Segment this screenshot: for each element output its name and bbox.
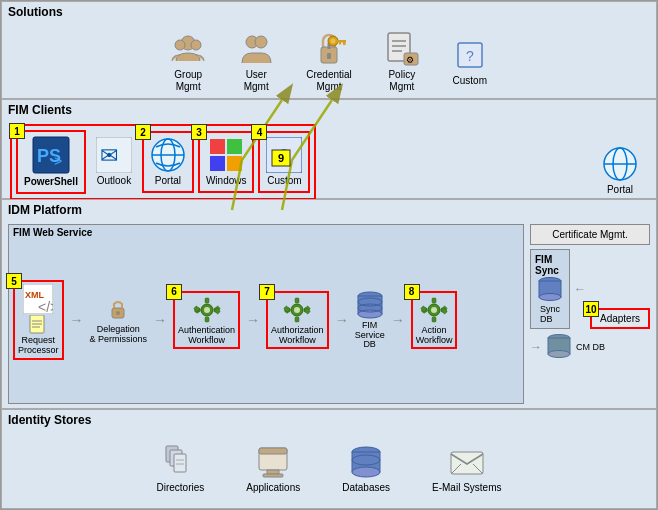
fim-service-db-label: FIMServiceDB — [355, 321, 385, 351]
svg-text:</>: </> — [38, 299, 53, 314]
portal-right-item[interactable]: Portal — [598, 142, 642, 200]
svg-rect-97 — [259, 448, 287, 454]
svg-rect-104 — [451, 452, 483, 474]
portal-item[interactable]: 2 Portal — [142, 131, 194, 193]
svg-point-46 — [116, 311, 120, 315]
svg-point-102 — [352, 467, 380, 477]
svg-point-87 — [548, 351, 570, 358]
badge-10: 10 — [583, 301, 599, 317]
svg-point-58 — [294, 307, 300, 313]
action-workflow-item[interactable]: 8 — [411, 291, 458, 350]
email-icon — [449, 444, 485, 480]
solutions-icons: GroupMgmt UserMgmt — [2, 22, 656, 102]
policy-icon: ⚙ — [384, 31, 420, 67]
delegation-item[interactable]: Delegation& Permissions — [90, 296, 148, 345]
directories-icon — [162, 444, 198, 480]
svg-rect-74 — [432, 298, 436, 303]
solutions-group-mgmt[interactable]: GroupMgmt — [164, 27, 212, 97]
user-mgmt-label: UserMgmt — [244, 69, 269, 93]
portal-right-label: Portal — [607, 184, 633, 196]
fim-sync-row: FIM Sync SyncDB ← 10 — [530, 249, 650, 329]
policy-mgmt-label: PolicyMgmt — [388, 69, 415, 93]
directories-item[interactable]: Directories — [151, 440, 211, 498]
idm-content: FIM Web Service 5 XML </> Re — [2, 220, 656, 408]
certificate-mgmt: Certificate Mgmt. — [530, 224, 650, 245]
outlook-item[interactable]: ✉ Outlook — [90, 133, 138, 191]
auth-workflow-label: AuthenticationWorkflow — [178, 326, 235, 346]
badge-6: 6 — [166, 284, 182, 300]
cm-db-icon — [546, 333, 572, 361]
identity-stores-content: Directories Applications — [2, 430, 656, 508]
svg-rect-29 — [210, 139, 225, 154]
outlook-label: Outlook — [97, 175, 131, 187]
sync-db-label: SyncDB — [540, 304, 560, 324]
solutions-user-mgmt[interactable]: UserMgmt — [232, 27, 280, 97]
auth-workflow-item[interactable]: 6 — [173, 291, 240, 350]
adapters-label: Adapters — [600, 313, 640, 324]
svg-point-4 — [255, 36, 267, 48]
action-workflow-label: ActionWorkflow — [416, 326, 453, 346]
applications-item[interactable]: Applications — [240, 440, 306, 498]
svg-rect-99 — [263, 474, 283, 477]
fim-sync-box: FIM Sync SyncDB — [530, 249, 570, 329]
databases-label: Databases — [342, 482, 390, 494]
main-container: Solutions GroupMgmt — [0, 0, 658, 510]
cert-arrow: → — [530, 340, 542, 354]
email-item[interactable]: E-Mail Systems — [426, 440, 507, 498]
custom-client-item[interactable]: 4 ? Custom — [258, 131, 310, 193]
badge-5: 5 — [6, 273, 22, 289]
adapters-box[interactable]: 10 Adapters — [590, 308, 650, 329]
arrow-1: → — [68, 312, 86, 328]
svg-text:>: > — [54, 153, 62, 169]
svg-rect-93 — [174, 454, 186, 472]
solutions-credential-mgmt[interactable]: CredentialMgmt — [300, 27, 358, 97]
fim-clients-title: FIM Clients — [2, 100, 656, 120]
fim-service-db-item[interactable]: FIMServiceDB — [355, 290, 385, 351]
badge-1: 1 — [9, 123, 25, 139]
authz-workflow-item[interactable]: 7 — [266, 291, 329, 350]
arrow-5: → — [389, 312, 407, 328]
svg-rect-60 — [295, 317, 299, 322]
svg-rect-31 — [210, 156, 225, 171]
svg-rect-98 — [267, 470, 279, 474]
lock-icon — [104, 296, 132, 324]
windows-icon — [208, 137, 244, 173]
solutions-custom[interactable]: ? Custom — [446, 33, 494, 91]
svg-rect-32 — [227, 156, 242, 171]
svg-rect-12 — [339, 42, 341, 45]
portal-ie-icon — [150, 137, 186, 173]
powershell-label: PowerShell — [24, 176, 78, 188]
users-icon — [238, 31, 274, 67]
outlook-icon: ✉ — [96, 137, 132, 173]
powershell-icon: PS > — [32, 136, 70, 174]
solutions-title: Solutions — [2, 2, 656, 22]
solutions-policy-mgmt[interactable]: ⚙ PolicyMgmt — [378, 27, 426, 97]
fim-web-service-title: FIM Web Service — [13, 227, 92, 238]
powershell-item[interactable]: 1 PS > PowerShell — [16, 130, 86, 194]
svg-rect-59 — [295, 298, 299, 303]
svg-point-48 — [204, 307, 210, 313]
databases-item[interactable]: Databases — [336, 440, 396, 498]
request-processor-item[interactable]: 5 XML </> RequestProcessor — [13, 280, 64, 360]
fim-clients-highlighted-group: 1 PS > PowerShell ✉ Outlook — [10, 124, 316, 200]
badge-8: 8 — [404, 284, 420, 300]
custom-client-icon: ? — [266, 137, 302, 173]
arrow-2: → — [151, 312, 169, 328]
adapters-container: 10 Adapters — [590, 249, 650, 329]
credential-icon — [311, 31, 347, 67]
request-processor-label: RequestProcessor — [18, 336, 59, 356]
gear-auth-icon — [192, 295, 222, 325]
fim-clients-content: 1 PS > PowerShell ✉ Outlook — [2, 120, 656, 204]
svg-point-73 — [431, 307, 437, 313]
sync-db-icon — [537, 276, 563, 304]
custom-sol-label: Custom — [453, 75, 487, 87]
custom-sol-icon: ? — [452, 37, 488, 73]
windows-item[interactable]: 3 Windows — [198, 131, 255, 193]
svg-point-1 — [175, 40, 185, 50]
svg-point-84 — [539, 294, 561, 301]
fim-web-service-area: FIM Web Service 5 XML </> Re — [8, 224, 524, 404]
arrow-3: → — [244, 312, 262, 328]
svg-rect-30 — [227, 139, 242, 154]
portal-label: Portal — [155, 175, 181, 187]
xml-doc-icon — [28, 315, 48, 335]
